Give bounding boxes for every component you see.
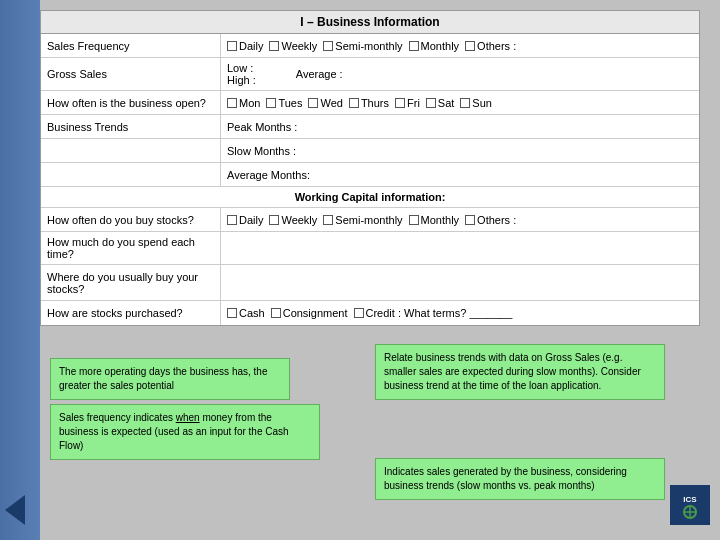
tooltip-business-trends: Relate business trends with data on Gros… — [375, 344, 665, 400]
row-label: Business Trends — [41, 115, 221, 138]
row-value — [221, 265, 699, 300]
section-title: I – Business Information — [41, 11, 699, 34]
row-label: Sales Frequency — [41, 34, 221, 57]
checkbox-cash[interactable]: Cash — [227, 307, 265, 319]
tooltip-operating-days: The more operating days the business has… — [50, 358, 290, 400]
checkbox-sat[interactable]: Sat — [426, 97, 455, 109]
row-value: Mon Tues Wed Thurs Fri Sat Sun — [221, 91, 699, 114]
gross-sales-lowhigh: Low : High : — [227, 62, 256, 86]
row-value: Low : High : Average : — [221, 58, 699, 90]
row-label: How are stocks purchased? — [41, 301, 221, 325]
svg-text:ICS: ICS — [683, 495, 697, 504]
table-row: Slow Months : — [41, 139, 699, 163]
logo: ICS — [670, 485, 710, 525]
checkbox-wed[interactable]: Wed — [308, 97, 342, 109]
back-arrow[interactable] — [5, 495, 25, 525]
checkbox-mon[interactable]: Mon — [227, 97, 260, 109]
tooltip-sales-frequency: Sales frequency indicates when money fro… — [50, 404, 320, 460]
checkbox-daily-wc[interactable]: Daily — [227, 214, 263, 226]
row-value: Cash Consignment Credit : What terms? __… — [221, 301, 699, 325]
row-value: Slow Months : — [221, 139, 699, 162]
row-value: Daily Weekly Semi-monthly Monthly Others… — [221, 34, 699, 57]
table-row: Sales Frequency Daily Weekly Semi-monthl… — [41, 34, 699, 58]
checkbox-sun[interactable]: Sun — [460, 97, 492, 109]
row-label: Gross Sales — [41, 58, 221, 90]
row-label — [41, 139, 221, 162]
checkbox-tues[interactable]: Tues — [266, 97, 302, 109]
table-row: How much do you spend each time? — [41, 232, 699, 265]
checkbox-daily[interactable]: Daily — [227, 40, 263, 52]
gross-sales-average: Average : — [296, 68, 343, 80]
checkbox-thurs[interactable]: Thurs — [349, 97, 389, 109]
table-row: How often is the business open? Mon Tues… — [41, 91, 699, 115]
row-label: How often is the business open? — [41, 91, 221, 114]
row-label: How often do you buy stocks? — [41, 208, 221, 231]
row-label: How much do you spend each time? — [41, 232, 221, 264]
table-row: Average Months: — [41, 163, 699, 187]
checkbox-credit[interactable]: Credit : What terms? _______ — [354, 307, 513, 319]
table-row: Business Trends Peak Months : — [41, 115, 699, 139]
checkbox-fri[interactable]: Fri — [395, 97, 420, 109]
checkbox-semi-wc[interactable]: Semi-monthly — [323, 214, 402, 226]
table-row: Gross Sales Low : High : Average : — [41, 58, 699, 91]
left-sidebar — [0, 0, 40, 540]
table-row: How often do you buy stocks? Daily Weekl… — [41, 208, 699, 232]
row-value: Daily Weekly Semi-monthly Monthly Others… — [221, 208, 699, 231]
checkbox-monthly[interactable]: Monthly — [409, 40, 460, 52]
checkbox-monthly-wc[interactable]: Monthly — [409, 214, 460, 226]
row-value — [221, 232, 699, 264]
checkbox-weekly[interactable]: Weekly — [269, 40, 317, 52]
checkbox-others[interactable]: Others : — [465, 40, 516, 52]
table-row: How are stocks purchased? Cash Consignme… — [41, 301, 699, 325]
row-value: Average Months: — [221, 163, 699, 186]
checkbox-consignment[interactable]: Consignment — [271, 307, 348, 319]
business-info-table: I – Business Information Sales Frequency… — [40, 10, 700, 326]
row-value: Peak Months : — [221, 115, 699, 138]
checkbox-others-wc[interactable]: Others : — [465, 214, 516, 226]
checkbox-semimonthly[interactable]: Semi-monthly — [323, 40, 402, 52]
checkbox-weekly-wc[interactable]: Weekly — [269, 214, 317, 226]
row-label: Where do you usually buy your stocks? — [41, 265, 221, 300]
working-capital-header: Working Capital information: — [41, 187, 699, 208]
row-label — [41, 163, 221, 186]
tooltip-sales-generated: Indicates sales generated by the busines… — [375, 458, 665, 500]
table-row: Where do you usually buy your stocks? — [41, 265, 699, 301]
